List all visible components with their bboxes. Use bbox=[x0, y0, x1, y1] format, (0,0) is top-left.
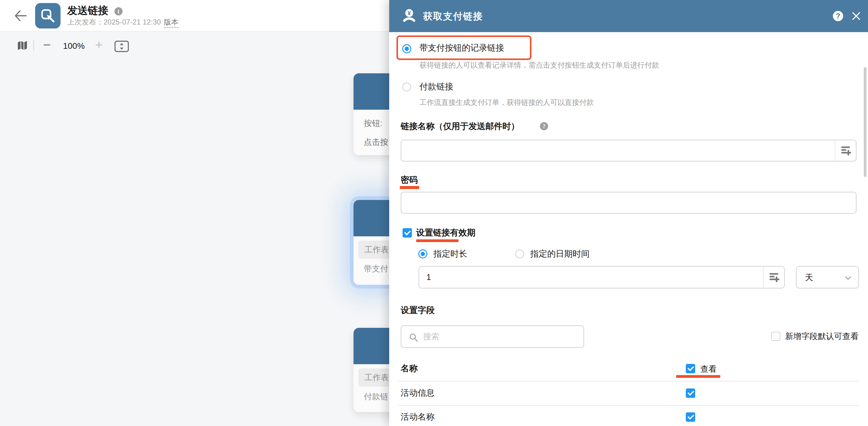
minimap-button[interactable] bbox=[17, 40, 28, 52]
datetime-radio[interactable] bbox=[515, 249, 524, 258]
password-field-wrap bbox=[401, 192, 857, 214]
view-all-checkbox[interactable] bbox=[686, 364, 695, 373]
duration-radio[interactable] bbox=[418, 249, 427, 258]
record-link-label[interactable]: 带支付按钮的记录链接 bbox=[420, 42, 504, 54]
table-divider bbox=[398, 405, 859, 406]
close-icon bbox=[850, 10, 862, 22]
table-header-name: 名称 bbox=[401, 363, 417, 374]
duration-label[interactable]: 指定时长 bbox=[433, 248, 467, 260]
table-header-view: 查看 bbox=[700, 364, 717, 374]
help-icon[interactable]: ? bbox=[540, 122, 548, 130]
password-label: 密码 bbox=[401, 174, 417, 186]
panel-title: 获取支付链接 bbox=[423, 10, 483, 22]
table-row-name: 活动名称 bbox=[401, 411, 435, 422]
page-title: 发送链接 bbox=[67, 4, 108, 17]
datetime-label[interactable]: 指定的日期时间 bbox=[530, 248, 590, 260]
publish-label: 上次发布： bbox=[67, 18, 103, 26]
panel-header: ¥ 获取支付链接 ? bbox=[389, 0, 868, 32]
fit-view-button[interactable] bbox=[115, 40, 129, 53]
back-button[interactable] bbox=[14, 10, 27, 22]
version-link[interactable]: 版本 bbox=[164, 18, 179, 28]
record-link-desc: 获得链接的人可以查看记录详情，需点击支付按钮生成支付订单后进行付款 bbox=[420, 61, 659, 70]
annotation-underline-password bbox=[400, 186, 419, 189]
zoom-level: 100% bbox=[59, 40, 88, 52]
link-name-field-wrap bbox=[401, 140, 857, 162]
unit-value: 天 bbox=[805, 272, 813, 283]
new-field-default-checkbox[interactable] bbox=[771, 332, 780, 341]
row-view-checkbox[interactable] bbox=[686, 413, 695, 422]
panel-scrollbar[interactable] bbox=[864, 67, 867, 177]
zoom-out-button[interactable]: − bbox=[43, 36, 51, 54]
link-name-input[interactable] bbox=[401, 140, 856, 161]
password-input[interactable] bbox=[401, 192, 856, 213]
node-row: 付款链 bbox=[364, 392, 388, 402]
info-icon[interactable]: i bbox=[115, 7, 123, 16]
field-search-wrap bbox=[401, 325, 584, 348]
workflow-app-icon bbox=[35, 3, 61, 28]
record-link-radio[interactable] bbox=[402, 44, 411, 53]
pay-link-radio[interactable] bbox=[402, 82, 411, 91]
new-field-default-label[interactable]: 新增字段默认可查看 bbox=[785, 331, 859, 342]
annotation-underline-validity bbox=[416, 239, 459, 242]
fit-view-icon bbox=[115, 40, 129, 52]
table-divider bbox=[398, 381, 859, 381]
pay-link-label[interactable]: 付款链接 bbox=[420, 81, 453, 93]
payment-icon: ¥ bbox=[403, 8, 416, 24]
duration-field-wrap bbox=[418, 266, 785, 288]
publish-time: 2025-07-21 12:30 bbox=[103, 18, 161, 26]
validity-label[interactable]: 设置链接有效期 bbox=[416, 227, 475, 238]
validity-checkbox[interactable] bbox=[403, 228, 412, 237]
svg-text:¥: ¥ bbox=[408, 10, 411, 17]
fields-section-label: 设置字段 bbox=[401, 305, 435, 316]
zoom-in-button[interactable]: + bbox=[95, 36, 103, 54]
table-row-name: 活动信息 bbox=[401, 388, 435, 398]
publish-status: 上次发布：2025-07-21 12:30版本 bbox=[67, 18, 179, 27]
chevron-down-icon bbox=[844, 276, 851, 282]
payment-link-panel: ¥ 获取支付链接 ? 带支付按钮的记录链接 获得链接的人可以查看记录详情，需点击… bbox=[389, 0, 868, 426]
map-icon bbox=[17, 40, 28, 51]
dynamic-value-button[interactable] bbox=[763, 266, 784, 288]
node-row: 带支付 bbox=[364, 264, 388, 274]
node-row: 按钮: bbox=[364, 118, 382, 129]
list-plus-icon bbox=[840, 145, 851, 156]
row-view-checkbox[interactable] bbox=[686, 389, 695, 398]
toolbar-divider bbox=[33, 40, 34, 51]
field-search-input[interactable] bbox=[401, 326, 584, 347]
panel-body: 带支付按钮的记录链接 获得链接的人可以查看记录详情，需点击支付按钮生成支付订单后… bbox=[389, 32, 868, 426]
help-button[interactable]: ? bbox=[833, 11, 843, 21]
link-name-label: 链接名称（仅用于发送邮件时） bbox=[401, 121, 519, 132]
button-click-icon bbox=[40, 8, 55, 23]
close-button[interactable] bbox=[850, 10, 862, 22]
node-row: 点击按 bbox=[364, 137, 388, 147]
duration-input[interactable] bbox=[419, 266, 784, 288]
pay-link-desc: 工作流直接生成支付订单，获得链接的人可以直接付款 bbox=[420, 98, 594, 107]
arrow-left-icon bbox=[14, 10, 27, 22]
unit-select[interactable]: 天 bbox=[796, 266, 859, 288]
list-plus-icon bbox=[768, 272, 779, 283]
annotation-underline-view bbox=[676, 375, 720, 378]
dynamic-value-button[interactable] bbox=[835, 140, 856, 161]
